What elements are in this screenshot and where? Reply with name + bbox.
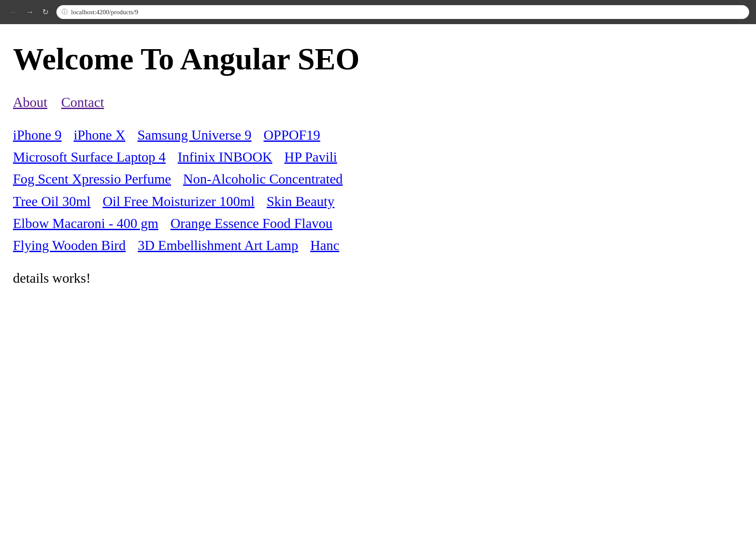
product-link-hand[interactable]: Hanc <box>310 237 339 253</box>
back-button[interactable]: ← <box>7 6 20 19</box>
product-link-flying[interactable]: Flying Wooden Bird <box>13 237 126 253</box>
nav-buttons: ← → ↻ <box>7 6 51 19</box>
reload-button[interactable]: ↻ <box>40 6 51 19</box>
product-link-orange[interactable]: Orange Essence Food Flavou <box>171 215 333 231</box>
nav-link-about[interactable]: About <box>13 94 47 110</box>
product-link-hp[interactable]: HP Pavili <box>284 149 337 165</box>
product-link-oilmoist[interactable]: Oil Free Moisturizer 100ml <box>103 193 255 209</box>
product-link-fog[interactable]: Fog Scent Xpressio Perfume <box>13 171 171 187</box>
product-row-4: Tree Oil 30ml Oil Free Moisturizer 100ml… <box>13 190 743 212</box>
product-link-nonalcoholic[interactable]: Non-Alcoholic Concentrated <box>183 171 343 187</box>
product-row-1: iPhone 9 iPhone X Samsung Universe 9 OPP… <box>13 124 743 146</box>
address-bar[interactable]: ⓘ localhost:4200/products/9 <box>56 5 749 19</box>
browser-chrome: ← → ↻ ⓘ localhost:4200/products/9 <box>0 0 756 24</box>
product-link-iphonex[interactable]: iPhone X <box>74 127 125 143</box>
details-text: details works! <box>13 270 743 286</box>
product-link-samsung[interactable]: Samsung Universe 9 <box>137 127 252 143</box>
product-link-treeoil[interactable]: Tree Oil 30ml <box>13 193 90 209</box>
page-title: Welcome To Angular SEO <box>13 41 743 77</box>
page-content: Welcome To Angular SEO About Contact iPh… <box>0 24 756 303</box>
product-row-5: Elbow Macaroni - 400 gm Orange Essence F… <box>13 212 743 234</box>
product-link-iphone9[interactable]: iPhone 9 <box>13 127 62 143</box>
nav-link-contact[interactable]: Contact <box>61 94 104 110</box>
product-link-macaroni[interactable]: Elbow Macaroni - 400 gm <box>13 215 159 231</box>
product-row-3: Fog Scent Xpressio Perfume Non-Alcoholic… <box>13 168 743 190</box>
nav-links: About Contact <box>13 94 743 110</box>
product-link-oppo[interactable]: OPPOF19 <box>264 127 320 143</box>
product-links: iPhone 9 iPhone X Samsung Universe 9 OPP… <box>13 124 743 256</box>
product-link-3d[interactable]: 3D Embellishment Art Lamp <box>138 237 298 253</box>
info-icon: ⓘ <box>62 8 68 16</box>
product-link-skin[interactable]: Skin Beauty <box>267 193 334 209</box>
product-row-2: Microsoft Surface Laptop 4 Infinix INBOO… <box>13 146 743 168</box>
product-row-6: Flying Wooden Bird 3D Embellishment Art … <box>13 234 743 256</box>
product-link-infinix[interactable]: Infinix INBOOK <box>178 149 273 165</box>
product-link-microsoft[interactable]: Microsoft Surface Laptop 4 <box>13 149 166 165</box>
forward-button[interactable]: → <box>23 6 36 19</box>
url-text: localhost:4200/products/9 <box>71 9 138 16</box>
